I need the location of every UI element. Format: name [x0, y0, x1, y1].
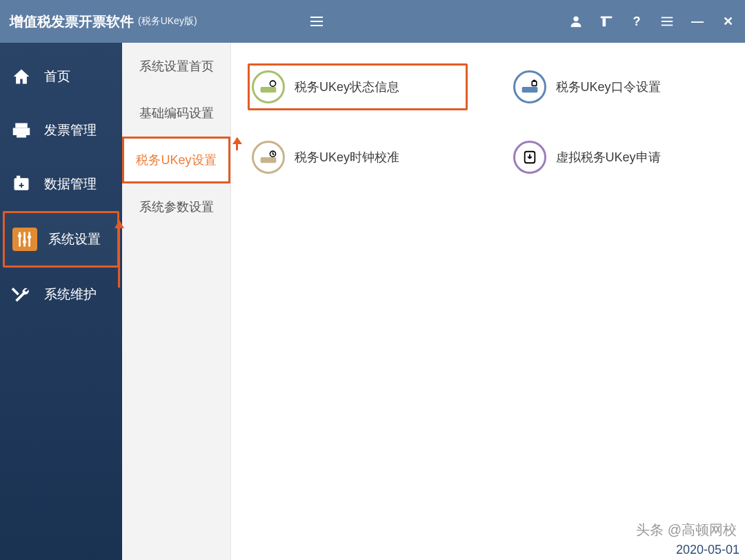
svg-rect-5: [662, 25, 673, 26]
menu-icon[interactable]: [659, 14, 675, 29]
app-title: 增值税发票开票软件: [10, 12, 134, 31]
content-area: 税务UKey状态信息 税务UKey口令设置 税务UKey时钟校准 虚拟税务UKe…: [231, 43, 745, 560]
sidebar-item-label: 发票管理: [44, 121, 97, 139]
sidebar-item-label: 系统设置: [48, 230, 101, 248]
download-icon: [513, 141, 546, 174]
subpanel-item-params[interactable]: 系统参数设置: [122, 183, 230, 230]
svg-point-15: [23, 240, 26, 243]
home-icon: [10, 66, 33, 87]
annotation-arrow-small-icon: [232, 132, 242, 152]
card-ukey-clock[interactable]: 税务UKey时钟校准: [248, 134, 468, 181]
close-icon[interactable]: ✕: [720, 14, 735, 29]
subpanel-item-home[interactable]: 系统设置首页: [122, 43, 230, 90]
svg-rect-12: [23, 232, 26, 247]
subpanel-item-encoding[interactable]: 基础编码设置: [122, 90, 230, 137]
svg-rect-19: [261, 87, 277, 92]
svg-point-18: [270, 81, 275, 86]
subpanel-item-label: 系统参数设置: [139, 199, 214, 215]
keyboard-status-icon: [252, 70, 285, 103]
sidebar: 首页 发票管理 数据管理 系统设置 系统维护: [0, 43, 122, 560]
card-ukey-virtual[interactable]: 虚拟税务UKey申请: [509, 134, 729, 181]
subpanel-item-label: 基础编码设置: [139, 105, 214, 121]
subpanel: 系统设置首页 基础编码设置 税务UKey设置 系统参数设置: [122, 43, 231, 560]
svg-point-0: [573, 17, 578, 21]
sliders-icon: [12, 228, 37, 251]
footer-date: 2020-05-01: [676, 543, 739, 557]
svg-rect-23: [261, 157, 277, 163]
sidebar-item-maintenance[interactable]: 系统维护: [0, 268, 122, 321]
svg-rect-17: [12, 288, 19, 295]
subpanel-item-ukey[interactable]: 税务UKey设置: [122, 137, 230, 183]
minimize-icon[interactable]: —: [690, 14, 705, 29]
svg-point-14: [18, 234, 21, 237]
svg-rect-6: [15, 123, 28, 128]
card-ukey-status[interactable]: 税务UKey状态信息: [248, 63, 468, 110]
svg-rect-21: [522, 87, 537, 92]
keyboard-lock-icon: [513, 70, 546, 103]
card-grid: 税务UKey状态信息 税务UKey口令设置 税务UKey时钟校准 虚拟税务UKe…: [248, 63, 728, 181]
user-icon[interactable]: [568, 14, 584, 29]
svg-point-16: [28, 235, 31, 239]
card-label: 税务UKey口令设置: [556, 79, 661, 95]
sidebar-item-label: 数据管理: [44, 175, 97, 193]
svg-rect-2: [603, 18, 606, 26]
svg-rect-10: [17, 176, 20, 179]
sidebar-item-label: 首页: [44, 68, 70, 86]
card-label: 税务UKey状态信息: [295, 79, 399, 95]
annotation-arrow-icon: [115, 215, 124, 291]
sidebar-item-home[interactable]: 首页: [0, 50, 122, 103]
watermark-text: 头条 @高顿网校: [636, 521, 737, 539]
svg-rect-4: [662, 21, 673, 22]
app-subtitle: (税务UKey版): [138, 15, 197, 28]
database-icon: [10, 174, 33, 194]
keyboard-clock-icon: [252, 141, 285, 174]
svg-rect-13: [28, 232, 30, 247]
card-label: 虚拟税务UKey申请: [556, 149, 661, 166]
window-controls: ? — ✕: [568, 0, 735, 43]
subpanel-item-label: 系统设置首页: [139, 58, 214, 74]
svg-rect-1: [601, 17, 613, 19]
tools-icon: [10, 284, 33, 305]
titlebar: 增值税发票开票软件 (税务UKey版) ? — ✕: [0, 0, 745, 43]
sidebar-item-settings[interactable]: 系统设置: [3, 211, 119, 268]
bookmark-icon[interactable]: [599, 14, 614, 29]
svg-rect-8: [17, 133, 26, 138]
sidebar-item-label: 系统维护: [44, 286, 97, 303]
sidebar-item-invoice[interactable]: 发票管理: [0, 103, 122, 157]
svg-rect-3: [662, 17, 673, 19]
subpanel-item-label: 税务UKey设置: [136, 152, 216, 168]
card-label: 税务UKey时钟校准: [295, 149, 399, 166]
printer-icon: [10, 120, 33, 141]
svg-rect-20: [532, 81, 537, 86]
card-ukey-password[interactable]: 税务UKey口令设置: [509, 63, 729, 110]
help-icon[interactable]: ?: [629, 14, 644, 29]
sidebar-toggle-icon[interactable]: [308, 12, 326, 30]
sidebar-item-data[interactable]: 数据管理: [0, 157, 122, 211]
